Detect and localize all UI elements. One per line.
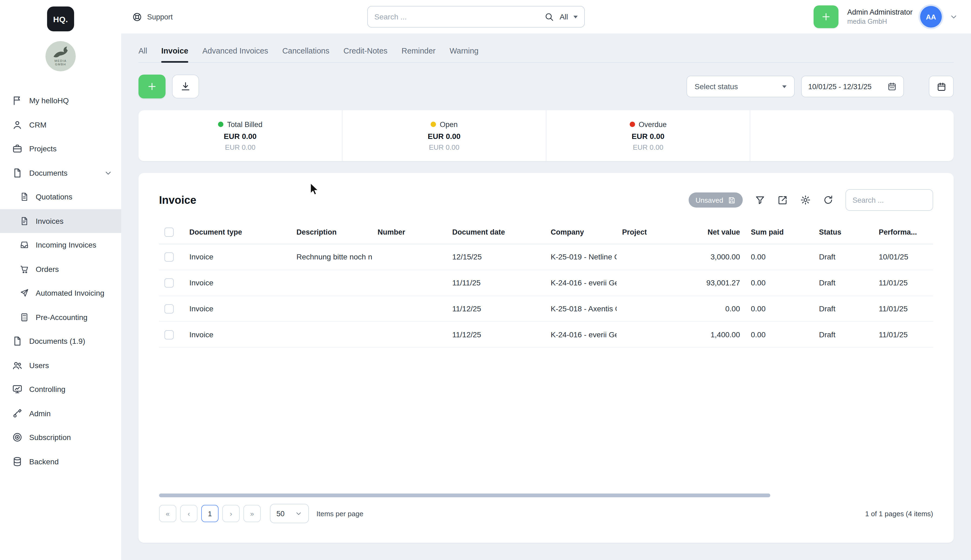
chevron-down-icon[interactable] [949, 12, 958, 21]
sidebar-item-label: Controlling [29, 385, 65, 394]
sidebar-item[interactable]: Admin [0, 402, 121, 425]
sidebar-item[interactable]: Documents [0, 161, 121, 185]
cell-company: K-25-019 - Netline Co... [545, 244, 617, 270]
column-header[interactable]: Sum paid [745, 220, 814, 244]
summary-empty [750, 110, 954, 161]
cell-status: Draft [814, 244, 873, 270]
page-size-select[interactable]: 50 [270, 504, 309, 523]
column-header[interactable]: Net value [672, 220, 745, 244]
sidebar-item[interactable]: Quotations [0, 185, 121, 209]
sidebar-item[interactable]: Users [0, 353, 121, 377]
tab[interactable]: All [139, 47, 147, 62]
prev-page-button[interactable]: ‹ [180, 505, 197, 522]
sidebar-item[interactable]: Incoming Invoices [0, 233, 121, 257]
svg-text:MEDIA: MEDIA [55, 59, 67, 62]
settings-icon[interactable] [800, 195, 811, 205]
sidebar-item-label: Projects [29, 145, 57, 153]
sidebar-item[interactable]: Invoices [0, 209, 121, 233]
row-checkbox[interactable] [164, 304, 174, 313]
table-row[interactable]: Invoice 11/12/25 K-24-016 - everii Ger..… [159, 322, 933, 348]
global-search-input[interactable] [374, 12, 539, 21]
chevron-down-icon[interactable] [573, 15, 578, 18]
download-icon [180, 81, 191, 92]
cell-document-type: Invoice [184, 322, 291, 348]
tab[interactable]: Reminder [402, 47, 436, 62]
sidebar-item[interactable]: Automated Invoicing [0, 281, 121, 305]
add-invoice-button[interactable] [139, 75, 165, 98]
date-range-input[interactable]: 10/01/25 - 12/31/25 [801, 76, 904, 97]
summary-label: Overdue [638, 120, 667, 128]
user-avatar[interactable]: AA [920, 6, 942, 28]
calendar-button[interactable] [929, 76, 954, 97]
refresh-icon[interactable] [823, 195, 834, 205]
tab[interactable]: Cancellations [282, 47, 329, 62]
row-checkbox[interactable] [164, 253, 174, 262]
sidebar-item[interactable]: Documents (1.9) [0, 329, 121, 353]
sidebar-item[interactable]: Subscription [0, 425, 121, 450]
tab[interactable]: Credit-Notes [344, 47, 388, 62]
sidebar-item-label: Backend [29, 457, 59, 466]
cell-project [617, 270, 672, 296]
sidebar-item[interactable]: Controlling [0, 377, 121, 402]
app-window: HQ. MEDIA GMBH My helloHQ CRM [0, 0, 971, 560]
cell-document-date: 12/15/25 [447, 244, 545, 270]
column-header[interactable]: Number [372, 220, 447, 244]
tab[interactable]: Invoice [161, 47, 188, 62]
sidebar-item-label: Invoices [36, 217, 64, 225]
table-row[interactable]: Invoice 11/12/25 K-25-018 - Axentis G...… [159, 296, 933, 322]
unsaved-badge[interactable]: Unsaved [689, 192, 743, 208]
user-initials: AA [926, 13, 936, 21]
send-icon [20, 288, 29, 298]
column-header[interactable]: Status [814, 220, 873, 244]
cell-description: Rechnung bitte noch nich... [291, 244, 372, 270]
column-header[interactable]: Performa... [873, 220, 933, 244]
summary-card: Total Billed EUR 0.00 EUR 0.00 Open EUR … [139, 110, 954, 161]
items-per-page-label: Items per page [316, 510, 363, 518]
sidebar-item[interactable]: My helloHQ [0, 88, 121, 113]
table-row[interactable]: Invoice 11/11/25 K-24-016 - everii Ger..… [159, 270, 933, 296]
column-header[interactable]: Project [617, 220, 672, 244]
table-row[interactable]: Invoice Rechnung bitte noch nich... 12/1… [159, 244, 933, 270]
tab[interactable]: Warning [450, 47, 478, 62]
export-icon[interactable] [777, 195, 788, 205]
company-avatar[interactable]: MEDIA GMBH [45, 41, 76, 72]
current-page-button[interactable]: 1 [201, 505, 219, 522]
summary-value: EUR 0.00 [428, 132, 460, 140]
sidebar-item[interactable]: Backend [0, 450, 121, 473]
sidebar-item[interactable]: Pre-Accounting [0, 305, 121, 329]
search-icon[interactable] [545, 12, 554, 22]
row-checkbox[interactable] [164, 278, 174, 288]
sidebar-item-label: Documents (1.9) [29, 337, 85, 346]
search-scope-select[interactable]: All [560, 12, 568, 21]
tab[interactable]: Advanced Invoices [202, 47, 268, 62]
column-header[interactable]: Document date [447, 220, 545, 244]
column-header[interactable]: Description [291, 220, 372, 244]
horizontal-scrollbar[interactable] [159, 493, 770, 497]
sidebar-item-label: Quotations [36, 193, 72, 202]
sidebar-item-label: Orders [36, 265, 59, 273]
cell-number [372, 296, 447, 322]
sidebar-item[interactable]: Orders [0, 257, 121, 281]
last-page-button[interactable]: » [244, 505, 261, 522]
select-all-checkbox[interactable] [164, 228, 174, 237]
chevron-down-icon [782, 85, 787, 88]
quick-create-button[interactable] [814, 5, 839, 28]
chevron-down-icon[interactable] [104, 168, 112, 177]
table-search-input[interactable] [846, 189, 933, 211]
status-filter-select[interactable]: Select status [687, 76, 795, 97]
next-page-button[interactable]: › [222, 505, 240, 522]
cell-description [291, 322, 372, 348]
sidebar-item[interactable]: CRM [0, 113, 121, 137]
download-button[interactable] [172, 75, 199, 98]
support-link[interactable]: Support [132, 12, 173, 22]
inbox-icon [20, 240, 29, 250]
sidebar-item[interactable]: Projects [0, 137, 121, 161]
status-dot [431, 122, 436, 127]
cell-document-type: Invoice [184, 296, 291, 322]
first-page-button[interactable]: « [159, 505, 176, 522]
filter-icon[interactable] [755, 195, 765, 205]
row-checkbox[interactable] [164, 330, 174, 339]
column-header[interactable]: Company [545, 220, 617, 244]
column-header[interactable]: Document type [184, 220, 291, 244]
hellohq-logo[interactable]: HQ. [47, 7, 74, 32]
